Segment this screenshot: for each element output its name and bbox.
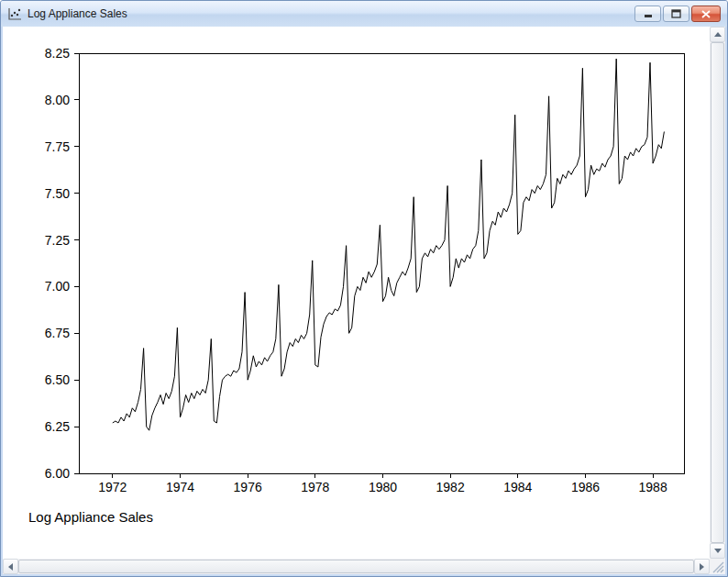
close-icon — [701, 10, 711, 18]
x-tick-label: 1980 — [369, 480, 397, 494]
chart-svg: 6.006.256.506.757.007.257.507.758.008.25… — [3, 27, 710, 559]
x-tick-label: 1984 — [503, 480, 532, 494]
y-tick-label: 7.50 — [45, 186, 70, 201]
resize-grip-icon — [710, 559, 725, 574]
x-tick-label: 1978 — [301, 480, 329, 494]
horizontal-scrollbar[interactable] — [3, 559, 710, 574]
chart-canvas: 6.006.256.506.757.007.257.507.758.008.25… — [3, 27, 710, 559]
y-tick-label: 6.50 — [45, 372, 70, 387]
chart-footer-label: Log Appliance Sales — [28, 509, 153, 525]
x-tick-label: 1988 — [639, 480, 667, 494]
maximize-button[interactable] — [663, 6, 689, 22]
graph-window-icon — [7, 7, 22, 21]
left-arrow-icon — [8, 563, 13, 571]
scroll-right-button[interactable] — [694, 559, 710, 574]
up-arrow-icon — [714, 32, 722, 37]
axis-ticks: 6.006.256.506.757.007.257.507.758.008.25… — [45, 46, 667, 494]
vertical-scrollbar-thumb[interactable] — [711, 42, 724, 543]
y-tick-label: 7.25 — [45, 233, 70, 248]
titlebar[interactable]: Log Appliance Sales — [1, 1, 727, 27]
scroll-down-button[interactable] — [710, 543, 725, 559]
close-button[interactable] — [691, 6, 721, 22]
window-controls — [634, 6, 721, 22]
y-tick-label: 7.00 — [45, 279, 70, 294]
window-title: Log Appliance Sales — [28, 7, 127, 20]
x-tick-label: 1982 — [436, 480, 465, 494]
minimize-icon — [644, 9, 653, 18]
maximize-icon — [671, 9, 681, 18]
x-tick-label: 1976 — [234, 480, 262, 494]
series-line — [113, 59, 665, 430]
x-tick-label: 1974 — [166, 480, 194, 494]
horizontal-scrollbar-thumb[interactable] — [18, 560, 694, 573]
minimize-button[interactable] — [634, 6, 661, 22]
y-tick-label: 6.75 — [45, 326, 70, 340]
right-arrow-icon — [700, 563, 704, 571]
x-tick-label: 1972 — [98, 480, 127, 494]
y-tick-label: 6.25 — [45, 419, 70, 434]
y-tick-label: 6.00 — [45, 466, 70, 481]
x-tick-label: 1986 — [571, 480, 600, 494]
resize-grip[interactable] — [710, 559, 725, 574]
vertical-scrollbar[interactable] — [710, 27, 725, 559]
window-content: 6.006.256.506.757.007.257.507.758.008.25… — [3, 27, 725, 574]
down-arrow-icon — [714, 549, 722, 553]
y-tick-label: 8.00 — [45, 93, 70, 107]
y-tick-label: 8.25 — [45, 46, 70, 61]
app-window: Log Appliance Sales 6.006.256.506.757.00… — [0, 0, 728, 577]
scroll-left-button[interactable] — [3, 559, 18, 574]
scroll-up-button[interactable] — [710, 27, 725, 42]
y-tick-label: 7.75 — [45, 139, 70, 154]
